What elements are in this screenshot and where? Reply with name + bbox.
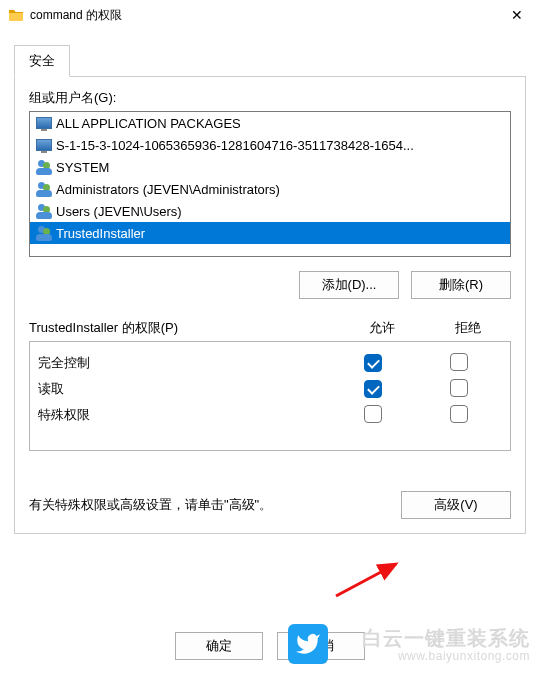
monitor-icon — [36, 115, 52, 131]
list-item[interactable]: ALL APPLICATION PACKAGES — [30, 112, 510, 134]
list-item-label: ALL APPLICATION PACKAGES — [56, 116, 241, 131]
list-item[interactable]: SYSTEM — [30, 156, 510, 178]
folder-icon — [8, 7, 24, 23]
permission-row: 读取 — [38, 376, 502, 402]
list-item-label: TrustedInstaller — [56, 226, 145, 241]
list-item[interactable]: Administrators (JEVEN\Administrators) — [30, 178, 510, 200]
window-title: command 的权限 — [30, 7, 494, 24]
deny-checkbox[interactable] — [450, 379, 468, 397]
people-icon — [36, 181, 52, 197]
list-item-label: SYSTEM — [56, 160, 109, 175]
tabstrip: 安全 — [14, 44, 540, 76]
titlebar: command 的权限 ✕ — [0, 0, 540, 30]
close-button[interactable]: ✕ — [494, 0, 540, 30]
list-item[interactable]: TrustedInstaller — [30, 222, 510, 244]
tab-panel-security: 组或用户名(G): ALL APPLICATION PACKAGESS-1-15… — [14, 76, 526, 534]
groups-label: 组或用户名(G): — [29, 89, 511, 107]
watermark-logo — [288, 624, 328, 664]
permissions-header-label: TrustedInstaller 的权限(P) — [29, 319, 339, 337]
permission-label: 读取 — [38, 380, 330, 398]
list-item[interactable]: S-1-15-3-1024-1065365936-1281604716-3511… — [30, 134, 510, 156]
list-item-label: Users (JEVEN\Users) — [56, 204, 182, 219]
deny-checkbox[interactable] — [450, 353, 468, 371]
monitor-icon — [36, 137, 52, 153]
people-icon — [36, 225, 52, 241]
people-icon — [36, 203, 52, 219]
list-item-label: S-1-15-3-1024-1065365936-1281604716-3511… — [56, 138, 414, 153]
allow-checkbox[interactable] — [364, 405, 382, 423]
permission-row: 完全控制 — [38, 350, 502, 376]
advanced-row: 有关特殊权限或高级设置，请单击"高级"。 高级(V) — [29, 491, 511, 519]
allow-checkbox[interactable] — [364, 380, 382, 398]
add-button[interactable]: 添加(D)... — [299, 271, 399, 299]
ok-button[interactable]: 确定 — [175, 632, 263, 660]
advanced-hint: 有关特殊权限或高级设置，请单击"高级"。 — [29, 496, 401, 514]
permissions-header: TrustedInstaller 的权限(P) 允许 拒绝 — [29, 319, 511, 337]
list-item-label: Administrators (JEVEN\Administrators) — [56, 182, 280, 197]
tab-security[interactable]: 安全 — [14, 45, 70, 77]
group-button-row: 添加(D)... 删除(R) — [29, 271, 511, 299]
permission-row: 特殊权限 — [38, 402, 502, 428]
permissions-box: 完全控制读取特殊权限 — [29, 341, 511, 451]
column-allow: 允许 — [339, 319, 425, 337]
annotation-arrow — [330, 560, 410, 600]
permission-label: 特殊权限 — [38, 406, 330, 424]
list-item[interactable]: Users (JEVEN\Users) — [30, 200, 510, 222]
allow-checkbox[interactable] — [364, 354, 382, 372]
remove-button[interactable]: 删除(R) — [411, 271, 511, 299]
permission-label: 完全控制 — [38, 354, 330, 372]
dialog-footer: 确定 取消 — [0, 618, 540, 674]
deny-checkbox[interactable] — [450, 405, 468, 423]
groups-listbox[interactable]: ALL APPLICATION PACKAGESS-1-15-3-1024-10… — [29, 111, 511, 257]
people-icon — [36, 159, 52, 175]
column-deny: 拒绝 — [425, 319, 511, 337]
advanced-button[interactable]: 高级(V) — [401, 491, 511, 519]
